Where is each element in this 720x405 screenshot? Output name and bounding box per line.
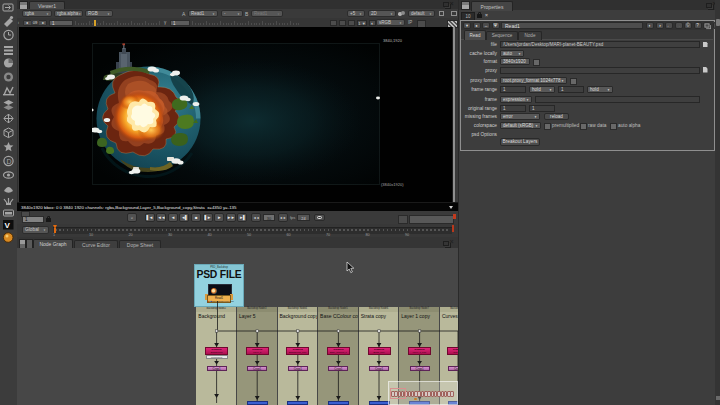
svg-text:V: V (5, 221, 11, 230)
svg-text:D: D (6, 158, 11, 165)
